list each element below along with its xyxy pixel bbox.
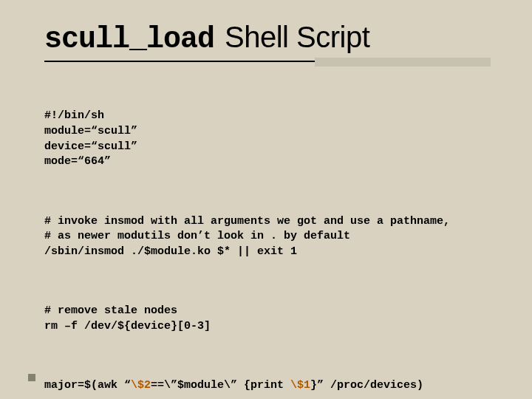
slide-title: scull_load Shell Script: [44, 21, 488, 62]
code-line: /sbin/insmod ./$module.ko $* || exit 1: [44, 245, 297, 258]
code-line: #!/bin/sh: [44, 109, 104, 122]
code-highlight: \$2: [131, 379, 151, 392]
code-paragraph-2: # invoke insmod with all arguments we go…: [44, 214, 488, 260]
code-line: # invoke insmod with all arguments we go…: [44, 215, 450, 228]
code-paragraph-1: #!/bin/sh module=“scull” device=“scull” …: [44, 109, 488, 170]
accent-bar: [315, 58, 491, 66]
title-text-part: Shell Script: [225, 21, 369, 54]
code-line: module=“scull”: [44, 125, 137, 137]
code-line: # remove stale nodes: [44, 304, 177, 317]
square-bullet-icon: [28, 374, 35, 381]
code-paragraph-3: # remove stale nodes rm –f /dev/${device…: [44, 304, 488, 334]
code-block: #!/bin/sh module=“scull” device=“scull” …: [44, 78, 488, 399]
code-line: ==\”$module\” {print: [151, 379, 290, 392]
code-line: # as newer modutils don’t look in . by d…: [44, 230, 350, 242]
code-line: rm –f /dev/${device}[0-3]: [44, 320, 211, 332]
code-highlight: \$1: [290, 379, 310, 392]
code-line: }” /proc/devices): [310, 379, 423, 392]
slide: scull_load Shell Script #!/bin/sh module…: [0, 0, 532, 399]
code-paragraph-4: major=$(awk “\$2==\”$module\” {print \$1…: [44, 378, 488, 394]
title-code-part: scull_load: [44, 23, 214, 56]
code-line: device=“scull”: [44, 140, 137, 153]
code-line: mode=“664”: [44, 155, 111, 168]
code-line: major=$(awk “: [44, 379, 131, 392]
